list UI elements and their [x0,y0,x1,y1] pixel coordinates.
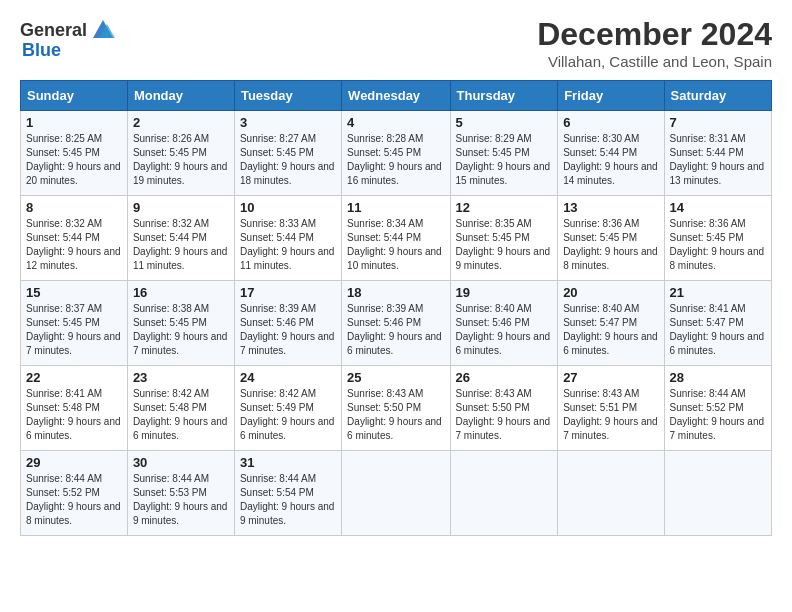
day-number: 10 [240,200,336,215]
day-detail: Sunrise: 8:32 AMSunset: 5:44 PMDaylight:… [26,217,122,273]
calendar-cell: 26Sunrise: 8:43 AMSunset: 5:50 PMDayligh… [450,366,558,451]
day-number: 31 [240,455,336,470]
day-detail: Sunrise: 8:39 AMSunset: 5:46 PMDaylight:… [347,302,444,358]
day-detail: Sunrise: 8:43 AMSunset: 5:51 PMDaylight:… [563,387,658,443]
day-detail: Sunrise: 8:35 AMSunset: 5:45 PMDaylight:… [456,217,553,273]
day-detail: Sunrise: 8:33 AMSunset: 5:44 PMDaylight:… [240,217,336,273]
title-area: December 2024 Villahan, Castille and Leo… [537,16,772,70]
calendar-cell: 2Sunrise: 8:26 AMSunset: 5:45 PMDaylight… [127,111,234,196]
day-number: 28 [670,370,766,385]
day-number: 20 [563,285,658,300]
calendar-cell [450,451,558,536]
day-detail: Sunrise: 8:26 AMSunset: 5:45 PMDaylight:… [133,132,229,188]
day-number: 23 [133,370,229,385]
day-detail: Sunrise: 8:44 AMSunset: 5:54 PMDaylight:… [240,472,336,528]
day-number: 22 [26,370,122,385]
day-detail: Sunrise: 8:25 AMSunset: 5:45 PMDaylight:… [26,132,122,188]
logo-general-text: General [20,20,87,41]
day-number: 15 [26,285,122,300]
day-detail: Sunrise: 8:40 AMSunset: 5:47 PMDaylight:… [563,302,658,358]
day-detail: Sunrise: 8:39 AMSunset: 5:46 PMDaylight:… [240,302,336,358]
day-detail: Sunrise: 8:36 AMSunset: 5:45 PMDaylight:… [670,217,766,273]
day-number: 19 [456,285,553,300]
calendar-cell: 30Sunrise: 8:44 AMSunset: 5:53 PMDayligh… [127,451,234,536]
column-header-wednesday: Wednesday [342,81,450,111]
day-number: 25 [347,370,444,385]
day-number: 4 [347,115,444,130]
day-number: 11 [347,200,444,215]
day-detail: Sunrise: 8:29 AMSunset: 5:45 PMDaylight:… [456,132,553,188]
calendar-cell: 24Sunrise: 8:42 AMSunset: 5:49 PMDayligh… [234,366,341,451]
day-detail: Sunrise: 8:30 AMSunset: 5:44 PMDaylight:… [563,132,658,188]
day-detail: Sunrise: 8:37 AMSunset: 5:45 PMDaylight:… [26,302,122,358]
page-subtitle: Villahan, Castille and Leon, Spain [537,53,772,70]
day-detail: Sunrise: 8:44 AMSunset: 5:52 PMDaylight:… [26,472,122,528]
calendar-cell: 20Sunrise: 8:40 AMSunset: 5:47 PMDayligh… [558,281,664,366]
day-number: 27 [563,370,658,385]
column-header-thursday: Thursday [450,81,558,111]
calendar-cell: 1Sunrise: 8:25 AMSunset: 5:45 PMDaylight… [21,111,128,196]
day-number: 5 [456,115,553,130]
logo-blue-text: Blue [22,40,61,61]
day-detail: Sunrise: 8:31 AMSunset: 5:44 PMDaylight:… [670,132,766,188]
day-detail: Sunrise: 8:41 AMSunset: 5:47 PMDaylight:… [670,302,766,358]
calendar-cell: 19Sunrise: 8:40 AMSunset: 5:46 PMDayligh… [450,281,558,366]
day-detail: Sunrise: 8:40 AMSunset: 5:46 PMDaylight:… [456,302,553,358]
calendar-cell: 15Sunrise: 8:37 AMSunset: 5:45 PMDayligh… [21,281,128,366]
day-detail: Sunrise: 8:44 AMSunset: 5:53 PMDaylight:… [133,472,229,528]
calendar-cell: 5Sunrise: 8:29 AMSunset: 5:45 PMDaylight… [450,111,558,196]
day-detail: Sunrise: 8:34 AMSunset: 5:44 PMDaylight:… [347,217,444,273]
calendar-cell [664,451,771,536]
column-header-monday: Monday [127,81,234,111]
calendar-cell: 21Sunrise: 8:41 AMSunset: 5:47 PMDayligh… [664,281,771,366]
calendar-cell [558,451,664,536]
calendar-week-2: 8Sunrise: 8:32 AMSunset: 5:44 PMDaylight… [21,196,772,281]
logo: General Blue [20,16,117,61]
day-number: 12 [456,200,553,215]
calendar-cell: 16Sunrise: 8:38 AMSunset: 5:45 PMDayligh… [127,281,234,366]
calendar-week-3: 15Sunrise: 8:37 AMSunset: 5:45 PMDayligh… [21,281,772,366]
day-number: 24 [240,370,336,385]
header: General Blue December 2024 Villahan, Cas… [20,16,772,70]
day-number: 2 [133,115,229,130]
page-title: December 2024 [537,16,772,53]
column-header-friday: Friday [558,81,664,111]
calendar-cell: 28Sunrise: 8:44 AMSunset: 5:52 PMDayligh… [664,366,771,451]
day-detail: Sunrise: 8:43 AMSunset: 5:50 PMDaylight:… [347,387,444,443]
day-number: 16 [133,285,229,300]
calendar-cell [342,451,450,536]
column-header-tuesday: Tuesday [234,81,341,111]
day-number: 13 [563,200,658,215]
calendar-cell: 11Sunrise: 8:34 AMSunset: 5:44 PMDayligh… [342,196,450,281]
day-number: 7 [670,115,766,130]
calendar-cell: 12Sunrise: 8:35 AMSunset: 5:45 PMDayligh… [450,196,558,281]
day-number: 8 [26,200,122,215]
day-number: 18 [347,285,444,300]
logo-icon [89,16,117,44]
day-detail: Sunrise: 8:27 AMSunset: 5:45 PMDaylight:… [240,132,336,188]
day-number: 17 [240,285,336,300]
calendar-cell: 29Sunrise: 8:44 AMSunset: 5:52 PMDayligh… [21,451,128,536]
calendar-table: SundayMondayTuesdayWednesdayThursdayFrid… [20,80,772,536]
day-number: 21 [670,285,766,300]
day-number: 9 [133,200,229,215]
day-detail: Sunrise: 8:38 AMSunset: 5:45 PMDaylight:… [133,302,229,358]
calendar-cell: 17Sunrise: 8:39 AMSunset: 5:46 PMDayligh… [234,281,341,366]
calendar-cell: 22Sunrise: 8:41 AMSunset: 5:48 PMDayligh… [21,366,128,451]
calendar-cell: 6Sunrise: 8:30 AMSunset: 5:44 PMDaylight… [558,111,664,196]
day-detail: Sunrise: 8:42 AMSunset: 5:49 PMDaylight:… [240,387,336,443]
day-number: 26 [456,370,553,385]
calendar-cell: 14Sunrise: 8:36 AMSunset: 5:45 PMDayligh… [664,196,771,281]
calendar-week-5: 29Sunrise: 8:44 AMSunset: 5:52 PMDayligh… [21,451,772,536]
calendar-cell: 3Sunrise: 8:27 AMSunset: 5:45 PMDaylight… [234,111,341,196]
day-number: 14 [670,200,766,215]
day-detail: Sunrise: 8:41 AMSunset: 5:48 PMDaylight:… [26,387,122,443]
calendar-cell: 27Sunrise: 8:43 AMSunset: 5:51 PMDayligh… [558,366,664,451]
calendar-cell: 13Sunrise: 8:36 AMSunset: 5:45 PMDayligh… [558,196,664,281]
calendar-week-4: 22Sunrise: 8:41 AMSunset: 5:48 PMDayligh… [21,366,772,451]
day-detail: Sunrise: 8:28 AMSunset: 5:45 PMDaylight:… [347,132,444,188]
day-number: 30 [133,455,229,470]
calendar-cell: 10Sunrise: 8:33 AMSunset: 5:44 PMDayligh… [234,196,341,281]
day-detail: Sunrise: 8:42 AMSunset: 5:48 PMDaylight:… [133,387,229,443]
day-number: 3 [240,115,336,130]
